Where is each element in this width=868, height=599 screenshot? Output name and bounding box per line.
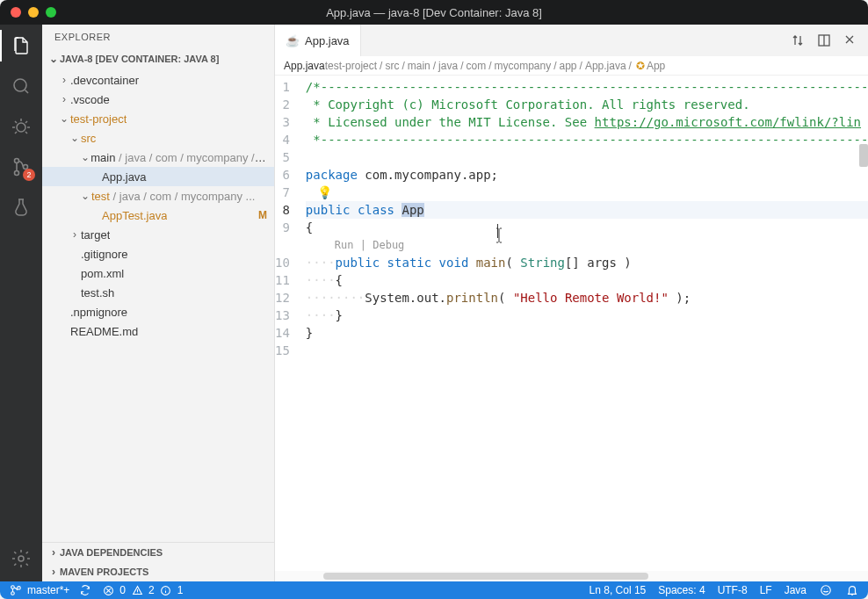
maven-projects-section[interactable]: › MAVEN PROJECTS — [42, 562, 274, 581]
source-control-badge: 2 — [23, 169, 35, 181]
breadcrumb-item[interactable]: App.java — [284, 60, 325, 72]
debug-activity-icon[interactable] — [9, 114, 33, 139]
file-tree: ›.devcontainer›.vscode⌄test-project⌄src⌄… — [42, 69, 274, 542]
breadcrumb-symbol[interactable]: App — [647, 60, 665, 72]
breadcrumb[interactable]: App.java test-project/src/main/java/com/… — [275, 56, 868, 76]
breadcrumb-item[interactable]: main — [408, 60, 430, 72]
tree-item-label: README.md — [70, 325, 138, 338]
testing-activity-icon[interactable] — [9, 195, 33, 220]
tree-item[interactable]: ›target — [42, 225, 274, 244]
problems-status[interactable]: 0 2 1 — [101, 583, 183, 597]
notifications-icon[interactable] — [845, 583, 859, 597]
code-line[interactable] — [306, 148, 868, 166]
breadcrumb-item[interactable]: src — [385, 60, 399, 72]
code-line[interactable]: ········System.out.println( "Hello Remot… — [306, 289, 868, 307]
cursor-position[interactable]: Ln 8, Col 15 — [590, 584, 647, 596]
code-line[interactable]: 💡 — [306, 184, 868, 201]
code-line[interactable]: } — [306, 324, 868, 342]
tree-item[interactable]: .gitignore — [42, 244, 274, 263]
compare-changes-icon[interactable] — [791, 33, 805, 47]
encoding-status[interactable]: UTF-8 — [718, 584, 748, 596]
tab-label: App.java — [305, 34, 350, 47]
breadcrumb-item[interactable]: com — [466, 60, 486, 72]
search-activity-icon[interactable] — [9, 74, 33, 98]
breadcrumb-item[interactable]: java — [438, 60, 458, 72]
code-line[interactable]: package com.mycompany.app; — [306, 166, 868, 184]
maximize-window-button[interactable] — [46, 7, 56, 18]
tree-item[interactable]: ›.vscode — [42, 90, 274, 109]
tree-item[interactable]: ⌄test-project — [42, 109, 274, 128]
codelens-run-debug[interactable]: Run | Debug — [306, 236, 868, 254]
tree-item-label: src — [81, 132, 96, 145]
indentation-status[interactable]: Spaces: 4 — [658, 584, 705, 596]
svg-point-3 — [15, 171, 19, 176]
warning-icon — [130, 583, 144, 597]
tree-item[interactable]: App.java — [42, 167, 274, 186]
code-body[interactable]: /*--------------------------------------… — [306, 76, 868, 571]
tree-item[interactable]: ›.devcontainer — [42, 70, 274, 90]
git-branch-status[interactable]: master*+ — [9, 583, 69, 597]
tab-app-java[interactable]: ☕ App.java — [275, 25, 361, 56]
code-line[interactable]: ····public static void main( String[] ar… — [306, 254, 868, 271]
language-mode[interactable]: Java — [785, 584, 807, 596]
tree-item-label: .devcontainer — [70, 74, 139, 87]
chevron-right-icon: › — [69, 228, 81, 241]
tree-item-label: .vscode — [70, 93, 110, 106]
close-window-button[interactable] — [11, 7, 21, 18]
code-line[interactable]: * Copyright (c) Microsoft Corporation. A… — [306, 96, 868, 113]
sidebar-bottom-sections: › JAVA DEPENDENCIES › MAVEN PROJECTS — [42, 542, 274, 581]
code-line[interactable]: ····} — [306, 307, 868, 324]
lightbulb-icon[interactable]: 💡 — [317, 184, 332, 201]
code-line[interactable] — [306, 342, 868, 359]
horizontal-scrollbar[interactable] — [275, 571, 868, 581]
tree-item[interactable]: ⌄src — [42, 128, 274, 148]
code-editor[interactable]: 123456789 101112131415 /*---------------… — [275, 76, 868, 571]
breadcrumb-item[interactable]: App.java — [585, 60, 626, 72]
status-bar: master*+ 0 2 1 Ln 8, Col 15 Spaces: 4 UT… — [0, 581, 868, 599]
code-line[interactable]: *---------------------------------------… — [306, 131, 868, 148]
tree-item-label: pom.xml — [81, 267, 124, 280]
tree-item[interactable]: .npmignore — [42, 302, 274, 321]
eol-status[interactable]: LF — [760, 584, 772, 596]
settings-gear-icon[interactable] — [9, 546, 33, 571]
sidebar-workspace-header[interactable]: ⌄ JAVA-8 [DEV CONTAINER: JAVA 8] — [42, 49, 274, 69]
section-label: JAVA DEPENDENCIES — [60, 547, 163, 558]
sidebar-title: EXPLORER — [42, 25, 274, 49]
tree-item[interactable]: ⌄test / java / com / mycompany ... — [42, 186, 274, 206]
code-line[interactable]: public class App — [306, 201, 868, 219]
svg-point-12 — [821, 586, 831, 595]
tree-item[interactable]: AppTest.javaM — [42, 206, 274, 225]
tree-item-label: test / java / com / mycompany ... — [91, 190, 255, 203]
code-line[interactable]: * Licensed under the MIT License. See ht… — [306, 113, 868, 131]
feedback-icon[interactable] — [819, 583, 833, 597]
tree-item[interactable]: pom.xml — [42, 263, 274, 283]
chevron-down-icon: ⌄ — [69, 132, 81, 144]
vertical-scrollbar[interactable] — [856, 76, 868, 571]
editor-area: ☕ App.java App.java test-project/src/mai… — [275, 25, 868, 581]
activity-bar: 2 — [0, 25, 42, 581]
sync-status[interactable] — [78, 583, 92, 597]
chevron-right-icon: › — [58, 93, 70, 105]
java-dependencies-section[interactable]: › JAVA DEPENDENCIES — [42, 543, 274, 562]
breadcrumb-item[interactable]: app — [560, 60, 577, 72]
scrollbar-thumb[interactable] — [859, 144, 868, 167]
tree-item[interactable]: ⌄main / java / com / mycompany / app — [42, 148, 274, 167]
minimize-window-button[interactable] — [28, 7, 39, 18]
tree-item[interactable]: test.sh — [42, 283, 274, 302]
split-editor-icon[interactable] — [817, 33, 831, 47]
breadcrumb-item[interactable]: mycompany — [494, 60, 551, 72]
explorer-activity-icon[interactable] — [9, 33, 33, 58]
code-line[interactable]: ····{ — [306, 271, 868, 289]
window-controls — [0, 7, 56, 18]
tree-item-label: test.sh — [81, 286, 114, 300]
scrollbar-thumb[interactable] — [323, 573, 648, 580]
code-line[interactable]: { — [306, 219, 868, 236]
code-line[interactable]: /*--------------------------------------… — [306, 78, 868, 96]
editor-tabs: ☕ App.java — [275, 25, 868, 56]
class-symbol-icon: ✪ — [636, 60, 645, 72]
source-control-activity-icon[interactable]: 2 — [9, 155, 33, 179]
close-editor-icon[interactable] — [843, 33, 856, 47]
tree-item[interactable]: README.md — [42, 321, 274, 341]
breadcrumb-item[interactable]: test-project — [325, 60, 377, 72]
svg-point-8 — [11, 592, 15, 595]
